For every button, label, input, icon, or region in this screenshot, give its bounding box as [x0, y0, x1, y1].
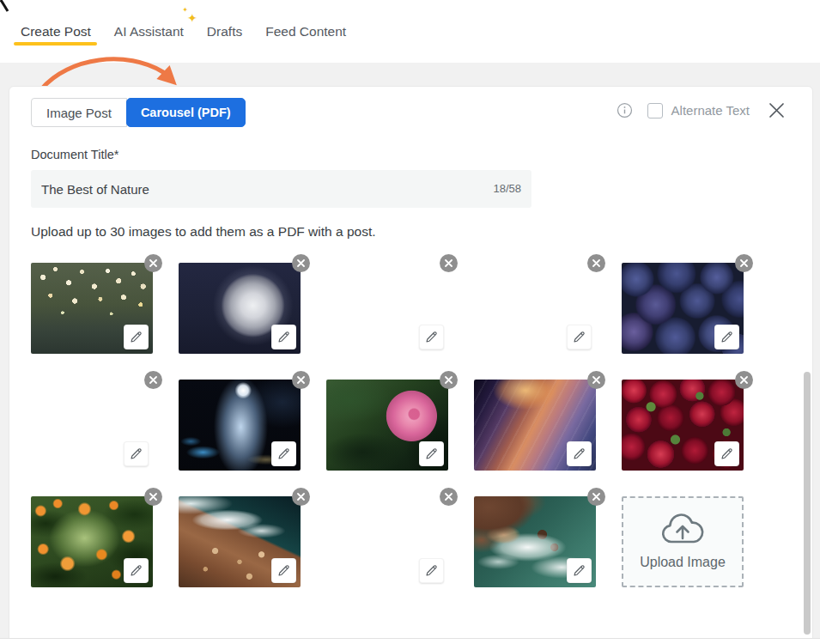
remove-image-button[interactable]	[587, 371, 605, 389]
x-icon	[740, 259, 748, 267]
pencil-icon	[129, 447, 143, 461]
create-post-modal: Create Post AI Assistant ✦✦ Drafts Feed …	[0, 0, 820, 644]
image-tile	[179, 380, 301, 471]
tab-create-post[interactable]: Create Post	[21, 24, 91, 39]
image-tile	[326, 496, 448, 587]
edit-image-button[interactable]	[567, 441, 592, 466]
pencil-icon	[276, 563, 291, 578]
edit-image-button[interactable]	[567, 558, 592, 583]
upload-image-button[interactable]: Upload Image	[622, 496, 744, 587]
pencil-icon	[276, 447, 291, 461]
pencil-icon	[720, 330, 734, 344]
document-title-input[interactable]	[41, 170, 453, 208]
active-tab-underline	[14, 42, 97, 46]
edit-image-button[interactable]	[567, 325, 592, 349]
image-tile	[31, 380, 153, 471]
post-type-toggle: Image Post Carousel (PDF)	[31, 98, 246, 127]
pencil-icon	[129, 563, 143, 578]
x-icon	[592, 493, 600, 501]
edit-image-button[interactable]	[419, 558, 444, 583]
cloud-upload-icon	[660, 513, 705, 546]
pencil-icon	[572, 330, 586, 344]
upload-hint-text: Upload up to 30 images to add them as a …	[31, 224, 376, 240]
pencil-icon	[424, 330, 439, 344]
pencil-icon	[572, 447, 586, 461]
remove-image-button[interactable]	[440, 488, 458, 506]
remove-image-button[interactable]	[292, 488, 310, 506]
edit-image-button[interactable]	[714, 325, 739, 349]
edit-image-button[interactable]	[124, 441, 149, 466]
carousel-editor-card: Image Post Carousel (PDF) Alternate Text…	[9, 86, 813, 640]
image-tile	[179, 263, 301, 354]
edit-image-button[interactable]	[419, 441, 444, 466]
pencil-icon	[572, 563, 586, 578]
image-tile	[31, 263, 153, 354]
info-icon[interactable]	[617, 102, 633, 118]
pencil-icon	[276, 330, 291, 344]
alternate-text-checkbox[interactable]	[647, 103, 663, 118]
upload-image-label: Upload Image	[640, 555, 726, 570]
image-grid: Upload Image	[31, 263, 744, 587]
x-icon	[297, 376, 305, 384]
remove-image-button[interactable]	[144, 254, 162, 272]
image-tile	[31, 496, 153, 587]
remove-image-button[interactable]	[292, 371, 310, 389]
header-actions: Alternate Text	[617, 100, 787, 120]
remove-image-button[interactable]	[440, 254, 458, 272]
scrollbar-thumb[interactable]	[804, 372, 811, 635]
tab-feed-content[interactable]: Feed Content	[265, 24, 346, 39]
edit-image-button[interactable]	[124, 325, 149, 349]
x-icon	[445, 376, 453, 384]
document-title-label: Document Title*	[31, 148, 118, 161]
remove-image-button[interactable]	[587, 488, 605, 506]
image-tile	[326, 263, 448, 354]
remove-image-button[interactable]	[735, 254, 753, 272]
image-tile	[622, 263, 744, 354]
x-icon	[149, 376, 157, 384]
remove-image-button[interactable]	[144, 371, 162, 389]
x-icon	[149, 493, 157, 501]
pencil-icon	[720, 447, 734, 461]
tab-bar: Create Post AI Assistant ✦✦ Drafts Feed …	[0, 0, 820, 63]
image-tile	[326, 380, 448, 471]
image-tile	[179, 496, 301, 587]
pencil-icon	[424, 563, 439, 578]
x-icon	[740, 376, 748, 384]
document-title-field: 18/58	[31, 170, 531, 208]
edit-image-button[interactable]	[271, 441, 296, 466]
edit-image-button[interactable]	[271, 325, 296, 349]
x-icon	[445, 493, 453, 501]
close-icon[interactable]	[767, 100, 787, 120]
x-icon	[297, 493, 305, 501]
edit-image-button[interactable]	[271, 558, 296, 583]
tab-ai-assistant[interactable]: AI Assistant ✦✦	[114, 24, 184, 39]
char-counter: 18/58	[493, 182, 521, 195]
image-tile	[474, 263, 596, 354]
image-tile	[622, 380, 744, 471]
x-icon	[592, 259, 600, 267]
image-tile	[474, 380, 596, 471]
remove-image-button[interactable]	[292, 254, 310, 272]
alternate-text-label: Alternate Text	[671, 103, 750, 118]
x-icon	[297, 259, 305, 267]
remove-image-button[interactable]	[735, 371, 753, 389]
pencil-icon	[129, 330, 143, 344]
edit-image-button[interactable]	[419, 325, 444, 349]
remove-image-button[interactable]	[440, 371, 458, 389]
remove-image-button[interactable]	[587, 254, 605, 272]
x-icon	[445, 259, 453, 267]
x-icon	[149, 259, 157, 267]
carousel-pdf-button[interactable]: Carousel (PDF)	[126, 98, 246, 127]
edit-image-button[interactable]	[714, 441, 739, 466]
edit-image-button[interactable]	[124, 558, 149, 583]
tab-drafts[interactable]: Drafts	[207, 24, 242, 39]
corner-mark	[0, 0, 10, 13]
pencil-icon	[424, 447, 439, 461]
x-icon	[592, 376, 600, 384]
image-post-button[interactable]: Image Post	[31, 98, 127, 127]
image-tile	[474, 496, 596, 587]
remove-image-button[interactable]	[144, 488, 162, 506]
modal-footer	[0, 638, 820, 644]
